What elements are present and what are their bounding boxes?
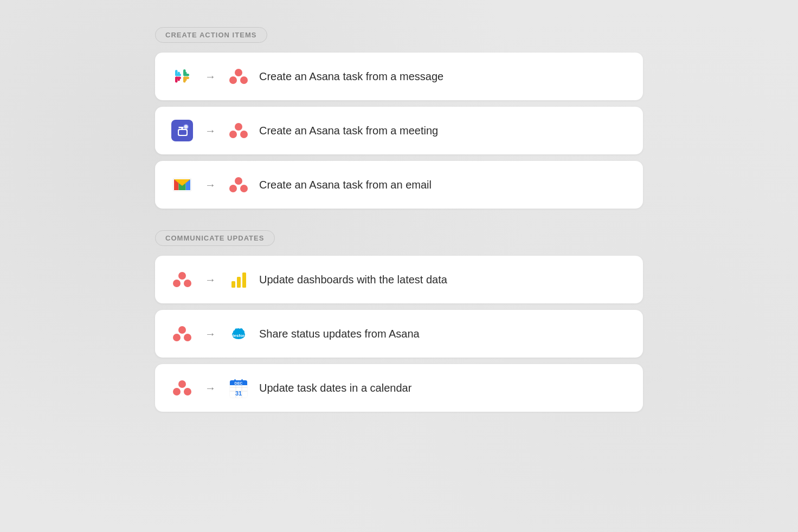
- svg-point-9: [184, 72, 187, 75]
- card-asana-to-salesforce[interactable]: → salesforce Share status updates from A…: [155, 310, 643, 358]
- card-text-teams-asana: Create an Asana task from a meeting: [259, 125, 438, 137]
- card-text-slack-asana: Create an Asana task from a message: [259, 70, 443, 83]
- arrow-5: →: [205, 328, 216, 340]
- card-slack-to-asana[interactable]: → Create an Asana task from a message: [155, 53, 643, 100]
- card-asana-to-powerbi[interactable]: → Update dashboards with the latest data: [155, 256, 643, 303]
- svg-point-11: [184, 79, 187, 81]
- svg-text:31: 31: [235, 390, 242, 397]
- svg-point-13: [229, 76, 237, 84]
- asana-icon-3: [227, 173, 250, 197]
- arrow-2: →: [205, 125, 216, 137]
- asana-icon-6: [170, 376, 194, 400]
- card-teams-to-asana[interactable]: T → Create an Asana task from a m: [155, 107, 643, 154]
- svg-rect-5: [175, 77, 178, 83]
- svg-point-18: [184, 125, 188, 129]
- powerbi-icon: [227, 268, 250, 291]
- card-gmail-to-asana[interactable]: → Create an Asana task from an email: [155, 161, 643, 209]
- svg-point-33: [178, 272, 186, 280]
- svg-point-41: [184, 334, 191, 341]
- card-text-gmail-asana: Create an Asana task from an email: [259, 179, 432, 191]
- svg-point-32: [240, 185, 248, 192]
- arrow-3: →: [205, 179, 216, 191]
- card-text-asana-powerbi: Update dashboards with the latest data: [259, 274, 447, 286]
- section-label-create: CREATE ACTION ITEMS: [155, 27, 267, 43]
- svg-point-39: [178, 326, 186, 334]
- asana-icon-5: [170, 322, 194, 346]
- card-text-asana-salesforce: Share status updates from Asana: [259, 328, 420, 340]
- card-list-communicate: → Update dashboards with the latest data: [155, 256, 643, 412]
- svg-text:DEC: DEC: [235, 381, 243, 385]
- svg-rect-7: [183, 77, 189, 80]
- arrow-6: →: [205, 382, 216, 394]
- svg-point-23: [240, 131, 248, 138]
- arrow-1: →: [205, 70, 216, 83]
- asana-icon-2: [227, 119, 250, 142]
- svg-point-46: [184, 388, 191, 395]
- section-label-communicate: COMMUNICATE UPDATES: [155, 230, 275, 246]
- svg-point-40: [173, 334, 181, 341]
- svg-rect-38: [242, 273, 246, 288]
- asana-icon-1: [227, 64, 250, 88]
- arrow-4: →: [205, 274, 216, 286]
- svg-rect-20: [179, 130, 186, 135]
- page-container: CREATE ACTION ITEMS: [155, 27, 643, 433]
- svg-point-12: [235, 69, 242, 76]
- gcal-icon: 31 DEC: [227, 376, 250, 400]
- svg-rect-1: [175, 70, 178, 76]
- teams-icon: T: [170, 119, 194, 142]
- section-create-action-items: CREATE ACTION ITEMS: [155, 27, 643, 209]
- svg-point-8: [178, 72, 181, 75]
- svg-rect-37: [237, 277, 241, 288]
- svg-point-14: [240, 76, 248, 84]
- card-asana-to-gcal[interactable]: → 31: [155, 364, 643, 412]
- svg-point-35: [184, 280, 191, 287]
- asana-icon-4: [170, 268, 194, 291]
- svg-rect-3: [183, 74, 189, 76]
- card-text-asana-gcal: Update task dates in a calendar: [259, 382, 411, 394]
- section-communicate-updates: COMMUNICATE UPDATES →: [155, 230, 643, 412]
- gmail-icon: [170, 173, 194, 197]
- svg-point-44: [178, 380, 186, 388]
- svg-point-21: [235, 123, 242, 131]
- svg-point-30: [235, 177, 242, 185]
- svg-point-45: [173, 388, 181, 395]
- svg-point-10: [178, 79, 181, 81]
- slack-icon: [170, 64, 194, 88]
- svg-text:salesforce: salesforce: [228, 333, 249, 338]
- svg-point-34: [173, 280, 181, 287]
- card-list-create: → Create an Asana task from a message T: [155, 53, 643, 209]
- svg-rect-36: [231, 281, 235, 288]
- salesforce-icon: salesforce: [227, 322, 250, 346]
- svg-point-31: [229, 185, 237, 192]
- svg-point-22: [229, 131, 237, 138]
